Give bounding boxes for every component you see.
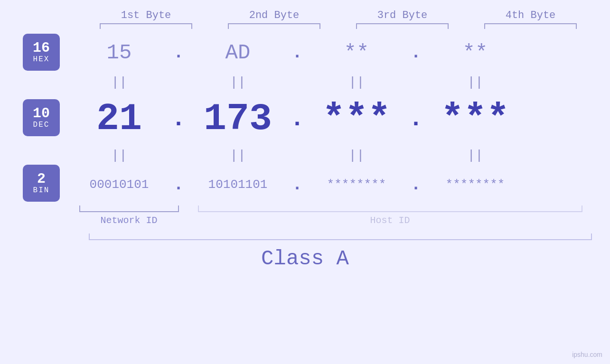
bin-row: 00010101 . 10101101 . ******** . *******… [69,166,610,204]
eq2-b4-sign: || [467,148,483,163]
badges-column: 16 HEX 10 DEC 2 BIN [23,34,60,202]
byte4-header: 4th Byte [479,9,583,21]
dec-dot2: . [288,105,307,132]
dec-dot1: . [169,105,188,132]
hex-b4-cell: ** [425,41,525,65]
bracket-byte2 [228,23,320,29]
eq2-b4: || [425,148,525,163]
hex-b3-cell: ** [307,41,406,65]
equals-row-2: || || || || [69,145,610,166]
dec-b4-value: *** [441,97,509,140]
eq1-b2: || [188,75,288,90]
hex-b4-value: ** [463,41,488,65]
hex-dot3: . [406,43,425,63]
bin-b3-value: ******** [327,177,386,192]
class-label: Class A [261,247,349,271]
bin-b2-cell: 10101101 [188,177,288,192]
hex-dot2: . [288,43,307,63]
network-id-label: Network ID [79,215,179,226]
hex-dot1: . [169,43,188,63]
bin-b4-cell: ******** [425,177,525,192]
eq1-b4-sign: || [467,75,483,90]
top-brackets [82,23,595,29]
bottom-labels-row: Network ID Host ID [79,215,601,226]
hex-badge-num: 16 [33,41,50,55]
byte1-header: 1st Byte [94,9,198,21]
class-label-container: Class A [261,247,349,271]
dec-badge: 10 DEC [23,99,60,136]
data-rows: 15 . AD . ** . ** || [69,34,610,204]
dec-b1-cell: 21 [69,97,169,140]
hex-b3-value: ** [344,41,369,65]
eq2-b2-sign: || [230,148,246,163]
network-id-text: Network ID [100,215,157,226]
equals-row-1: || || || || [69,72,610,93]
host-id-label: Host ID [198,215,582,226]
dec-row: 21 . 173 . *** . *** [69,93,610,145]
watermark: ipshu.com [572,351,602,358]
eq2-b1: || [69,148,169,163]
host-bracket [198,205,582,212]
bin-badge-num: 2 [37,172,46,186]
bin-dot1: . [169,175,188,195]
dec-dot3: . [406,105,425,132]
bracket-byte3 [356,23,449,29]
byte-headers: 1st Byte 2nd Byte 3rd Byte 4th Byte [82,9,595,21]
bracket-byte4 [484,23,577,29]
host-id-text: Host ID [370,215,410,226]
content-area: 16 HEX 10 DEC 2 BIN 15 . AD [0,34,610,204]
eq2-b3-sign: || [348,148,365,163]
bin-b1-value: 00010101 [90,177,149,192]
bin-badge-label: BIN [33,186,50,195]
eq2-b2: || [188,148,288,163]
dec-badge-label: DEC [33,121,50,129]
hex-badge-label: HEX [33,55,50,64]
dec-b2-value: 173 [204,97,272,140]
full-width-bracket [89,233,592,240]
dec-b2-cell: 173 [188,97,288,140]
network-bracket [79,205,179,212]
bin-dot3: . [406,175,425,195]
bin-b1-cell: 00010101 [69,177,169,192]
dec-b4-cell: *** [425,97,525,140]
hex-b1-cell: 15 [69,41,169,65]
dec-badge-num: 10 [33,106,50,121]
bin-b4-value: ******** [446,177,505,192]
eq1-b1-sign: || [111,75,127,90]
dec-b3-value: *** [322,97,391,140]
hex-b1-value: 15 [107,41,132,65]
dec-b3-cell: *** [307,97,406,140]
main-container: 1st Byte 2nd Byte 3rd Byte 4th Byte 16 H… [0,0,610,364]
bin-badge: 2 BIN [23,165,60,202]
eq1-b3: || [307,75,406,90]
bracket-byte1 [100,23,192,29]
eq1-b1: || [69,75,169,90]
hex-row: 15 . AD . ** . ** [69,34,610,72]
bin-b2-value: 10101101 [208,177,268,192]
dec-b1-value: 21 [96,97,142,140]
hex-badge: 16 HEX [23,34,60,71]
bin-dot2: . [288,175,307,195]
hex-b2-value: AD [225,41,251,65]
eq1-b2-sign: || [230,75,246,90]
eq1-b3-sign: || [348,75,365,90]
eq1-b4: || [425,75,525,90]
byte2-header: 2nd Byte [222,9,327,21]
bottom-brackets-row [79,205,601,212]
eq2-b3: || [307,148,406,163]
bin-b3-cell: ******** [307,177,406,192]
eq2-b1-sign: || [111,148,127,163]
byte3-header: 3rd Byte [350,9,455,21]
hex-b2-cell: AD [188,41,288,65]
